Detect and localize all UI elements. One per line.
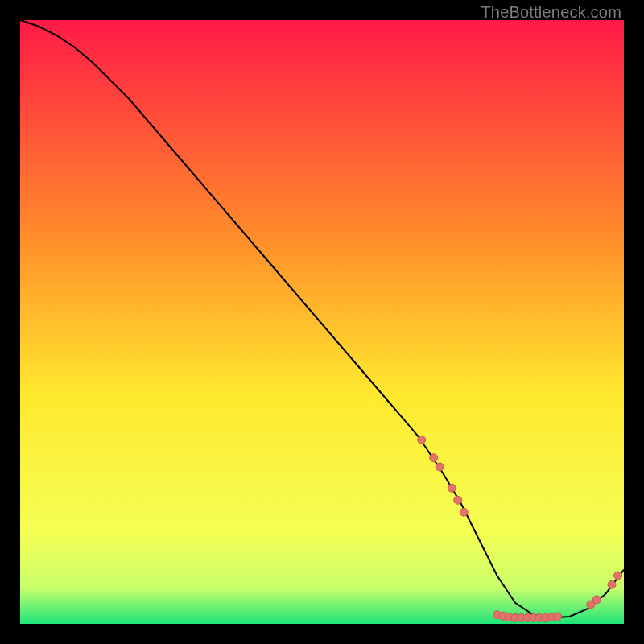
chart-stage: TheBottleneck.com — [0, 0, 644, 644]
data-point — [448, 484, 456, 492]
data-point — [454, 496, 462, 504]
data-point — [592, 596, 601, 604]
data-points-group — [418, 436, 622, 621]
bottleneck-curve — [20, 20, 624, 618]
data-point — [614, 572, 622, 580]
plot-area — [20, 20, 624, 624]
data-point — [430, 454, 438, 462]
data-point — [436, 463, 444, 471]
data-point — [554, 613, 562, 621]
data-point — [608, 580, 616, 588]
curve-layer — [20, 20, 624, 624]
watermark-text: TheBottleneck.com — [481, 3, 621, 22]
data-point — [418, 436, 426, 444]
data-point — [460, 508, 468, 516]
